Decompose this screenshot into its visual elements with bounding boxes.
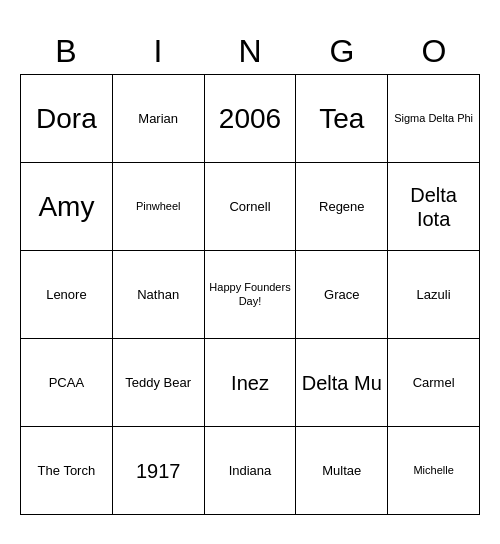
cell-r2-c3: Grace bbox=[296, 251, 388, 339]
cell-r4-c4: Michelle bbox=[388, 427, 480, 515]
header-letter-N: N bbox=[204, 29, 296, 74]
cell-r2-c0: Lenore bbox=[21, 251, 113, 339]
cell-r1-c4: Delta Iota bbox=[388, 163, 480, 251]
header-letter-I: I bbox=[112, 29, 204, 74]
cell-r3-c3: Delta Mu bbox=[296, 339, 388, 427]
bingo-grid: DoraMarian2006TeaSigma Delta PhiAmyPinwh… bbox=[20, 74, 480, 515]
cell-r4-c2: Indiana bbox=[205, 427, 297, 515]
cell-r1-c0: Amy bbox=[21, 163, 113, 251]
cell-r0-c4: Sigma Delta Phi bbox=[388, 75, 480, 163]
header-letter-B: B bbox=[20, 29, 112, 74]
cell-r2-c4: Lazuli bbox=[388, 251, 480, 339]
cell-r1-c1: Pinwheel bbox=[113, 163, 205, 251]
cell-r4-c3: Multae bbox=[296, 427, 388, 515]
cell-r2-c1: Nathan bbox=[113, 251, 205, 339]
cell-r3-c1: Teddy Bear bbox=[113, 339, 205, 427]
cell-r4-c0: The Torch bbox=[21, 427, 113, 515]
cell-r4-c1: 1917 bbox=[113, 427, 205, 515]
cell-r0-c0: Dora bbox=[21, 75, 113, 163]
cell-r1-c3: Regene bbox=[296, 163, 388, 251]
header-letter-G: G bbox=[296, 29, 388, 74]
cell-r1-c2: Cornell bbox=[205, 163, 297, 251]
cell-r0-c3: Tea bbox=[296, 75, 388, 163]
cell-r0-c2: 2006 bbox=[205, 75, 297, 163]
cell-r3-c0: PCAA bbox=[21, 339, 113, 427]
cell-r3-c4: Carmel bbox=[388, 339, 480, 427]
bingo-card: BINGO DoraMarian2006TeaSigma Delta PhiAm… bbox=[10, 19, 490, 525]
cell-r0-c1: Marian bbox=[113, 75, 205, 163]
bingo-header: BINGO bbox=[20, 29, 480, 74]
cell-r2-c2: Happy Founders Day! bbox=[205, 251, 297, 339]
header-letter-O: O bbox=[388, 29, 480, 74]
cell-r3-c2: Inez bbox=[205, 339, 297, 427]
